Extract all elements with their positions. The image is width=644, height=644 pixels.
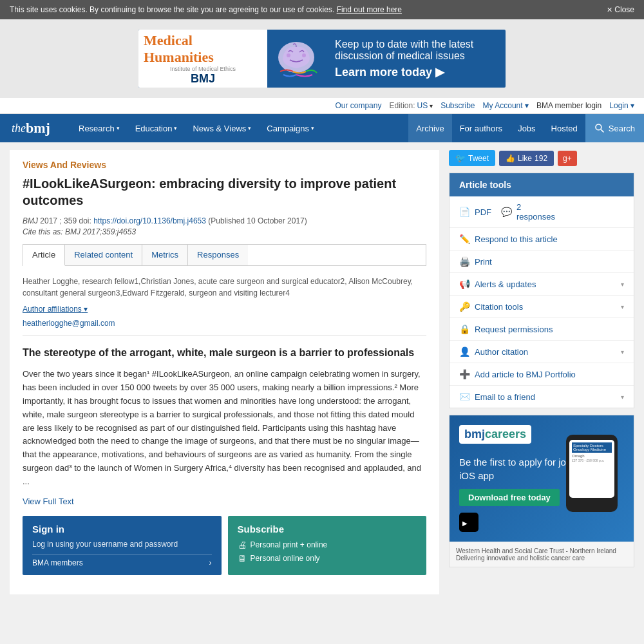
author-email[interactable]: heatherlogghe@gmail.com [23,319,426,328]
cookie-close-button[interactable]: Close [607,5,634,14]
respond-article-link[interactable]: ✏️ Respond to this article [450,228,634,251]
cookie-bar: This site uses cookies. By continuing to… [0,0,644,19]
nav-research[interactable]: Research▾ [71,114,128,142]
respond-icon: ✏️ [459,234,469,244]
ad-cta[interactable]: Learn more today [335,65,496,79]
article-subtitle: The stereotype of the arrogant, white, m… [23,346,426,360]
tab-related-content[interactable]: Related content [65,245,142,265]
careers-cta-button[interactable]: Download free today [459,489,560,506]
subscribe-link[interactable]: Subscribe [440,101,475,110]
sign-in-title: Sign in [32,524,212,535]
tweet-button[interactable]: 🐦 Tweet [449,150,495,166]
svg-line-4 [601,129,603,132]
cookie-link[interactable]: Find out more here [337,5,402,14]
citation-tools-link[interactable]: 🔑 Citation tools ▾ [450,296,634,318]
doi-link[interactable]: https://doi.org/10.1136/bmj.j4653 [93,216,206,225]
nav-for-authors[interactable]: For authors [452,114,510,142]
ad-brain-graphic [270,33,322,84]
article-cite: Cite this as: BMJ 2017;359:j4653 [23,227,426,236]
sidebar: 🐦 Tweet 👍 Like 192 g+ Article tools [449,150,634,594]
page-wrapper: Views And Reviews #ILookLikeASurgeon: em… [0,142,644,602]
view-full-text-link[interactable]: View Full Text [23,497,426,506]
sign-in-box: Sign in Log in using your username and p… [23,516,222,575]
careers-logo: bmjcareers [459,425,531,444]
edition-selector[interactable]: Edition: US ▾ [389,101,433,110]
nav-hosted[interactable]: Hosted [544,114,585,142]
action-boxes: Sign in Log in using your username and p… [23,516,426,575]
article-meta: BMJ 2017 ; 359 doi: https://doi.org/10.1… [23,216,426,225]
author-citation-arrow: ▾ [621,348,624,355]
tab-responses[interactable]: Responses [188,245,248,265]
article-tools-panel: Article tools 📄 PDF 💬 2 responses ✏️ Res… [449,173,634,408]
authors: Heather Logghe, research fellow1,Christi… [23,276,426,299]
subscribe-options: 🖨 Personal print + online 🖥 Personal onl… [238,540,417,564]
login-arrow: ▾ [630,101,634,110]
ad-banner[interactable]: Medical Humanities Institute of Medical … [138,30,506,88]
ad-logo: Medical Humanities Institute of Medical … [138,30,267,88]
portfolio-icon: ➕ [459,369,469,379]
email-friend-link[interactable]: ✉️ Email to a friend ▾ [450,386,634,408]
nav-archive[interactable]: Archive [408,114,451,142]
nav-education[interactable]: Education▾ [128,114,185,142]
careers-ad-body: Western Health and Social Care Trust - N… [450,542,634,567]
responses-icon: 💬 [501,207,511,217]
article-divider [23,336,426,336]
permissions-icon: 🔒 [459,324,469,334]
svg-point-3 [596,124,601,130]
ad-bmj: BMJ [191,72,215,86]
responses-link[interactable]: 💬 2 responses [501,202,555,222]
ad-institute: Institute of Medical Ethics [170,66,236,72]
app-store-badge[interactable]: ▶ [459,513,478,532]
phone-screen: Specialty Doctors Oncology Medicine Omag… [569,440,614,498]
author-citation-link[interactable]: 👤 Author citation ▾ [450,341,634,363]
my-account-link[interactable]: My Account ▾ [483,101,529,110]
edition-dropdown-arrow: ▾ [430,102,433,109]
ad-brand: Medical Humanities [144,32,262,66]
content-layout: Views And Reviews #ILookLikeASurgeon: em… [10,150,634,594]
portfolio-link[interactable]: ➕ Add article to BMJ Portfolio [450,363,634,386]
google-plus-button[interactable]: g+ [558,151,577,166]
article-body: Over the two years since it began¹ #ILoo… [23,368,426,488]
twitter-icon: 🐦 [455,153,466,163]
author-affiliations-toggle[interactable]: Author affiliations ▾ [23,305,88,314]
bma-members-link[interactable]: BMA members › [32,554,212,567]
facebook-like-button[interactable]: 👍 Like 192 [499,151,554,166]
utility-bar: Our company Edition: US ▾ Subscribe My A… [0,98,644,114]
tab-metrics[interactable]: Metrics [142,245,188,265]
bma-login-link[interactable]: BMA member login [536,101,601,110]
alerts-icon: 📢 [459,279,469,289]
nav-news-views[interactable]: News & Views▾ [185,114,259,142]
permissions-link[interactable]: 🔒 Request permissions [450,318,634,341]
article-title: #ILookLikeASurgeon: embracing diversity … [23,175,426,209]
pdf-link[interactable]: 📄 PDF [459,207,491,217]
subscribe-title: Subscribe [238,524,417,535]
nav-items: Research▾ Education▾ News & Views▾ Campa… [71,114,585,142]
svg-point-1 [287,53,290,57]
article-section-label: Views And Reviews [23,160,426,170]
login-link[interactable]: Login ▾ [609,101,634,110]
print-link[interactable]: 🖨️ Print [450,251,634,273]
citation-arrow: ▾ [621,303,624,310]
alerts-link[interactable]: 📢 Alerts & updates ▾ [450,273,634,296]
sign-in-desc: Log in using your username and password [32,540,212,549]
svg-text:▶: ▶ [462,520,468,527]
email-arrow: ▾ [621,393,624,401]
careers-ad[interactable]: bmjcareers Be the first to apply for job… [449,415,634,567]
tab-article[interactable]: Article [23,245,65,266]
pdf-icon: 📄 [459,207,469,217]
subscribe-option-2: Personal online only [251,554,320,563]
site-logo[interactable]: thebmj [0,114,71,142]
main-nav: thebmj Research▾ Education▾ News & Views… [0,114,644,142]
search-button[interactable]: Search [585,114,644,142]
tools-header: Article tools [450,173,634,196]
citation-icon: 🔑 [459,301,469,312]
main-content: Views And Reviews #ILookLikeASurgeon: em… [10,150,439,594]
bmj-logo-text: bmj [464,428,485,440]
nav-jobs[interactable]: Jobs [510,114,543,142]
like-count: 192 [535,154,547,163]
facebook-icon: 👍 [506,154,515,163]
svg-point-2 [302,53,306,57]
my-account-arrow: ▾ [525,101,529,110]
nav-campaigns[interactable]: Campaigns▾ [259,114,322,142]
our-company-link[interactable]: Our company [335,101,381,110]
